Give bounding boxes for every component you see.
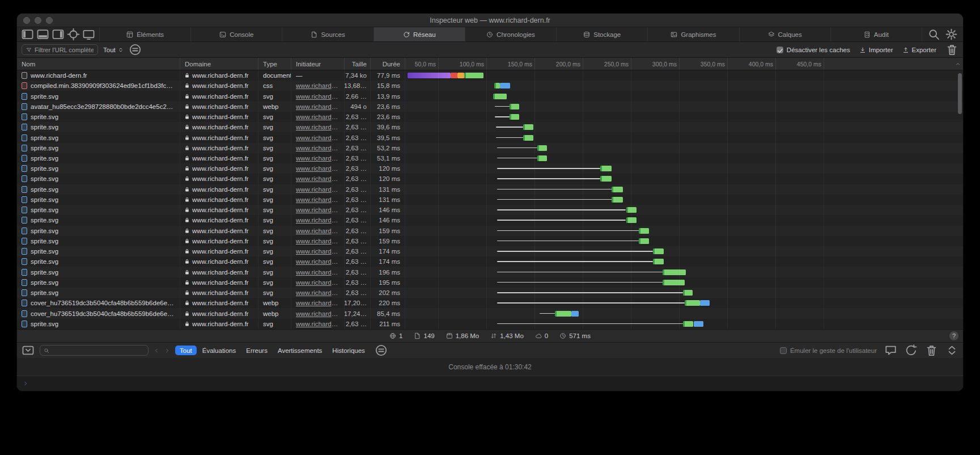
minimize-button[interactable] bbox=[35, 17, 41, 24]
zoom-button[interactable] bbox=[46, 17, 53, 24]
console-filter-options-icon[interactable] bbox=[375, 345, 388, 356]
clear-console-trash-icon[interactable] bbox=[925, 345, 938, 356]
console-prompt[interactable] bbox=[17, 376, 963, 391]
close-button[interactable] bbox=[23, 17, 30, 24]
tab-sources[interactable]: Sources bbox=[282, 27, 374, 41]
table-row[interactable]: compiled.min.38390909f303624ed9e1cf1bd3f… bbox=[17, 81, 963, 91]
initiator-link[interactable]: www.richard-d… bbox=[296, 258, 340, 265]
import-button[interactable]: Importer bbox=[859, 47, 893, 53]
table-row[interactable]: sprite.svgwww.richard-dern.frsvgwww.rich… bbox=[17, 112, 963, 122]
export-button[interactable]: Exporter bbox=[902, 47, 936, 53]
table-row[interactable]: avatar_hu85ecc3e298728880b0bde2dcc4e5c23… bbox=[17, 102, 963, 112]
column-header-domaine[interactable]: Domaine bbox=[180, 58, 258, 70]
initiator-link[interactable]: www.richard-d… bbox=[296, 93, 340, 100]
column-header-type[interactable]: Type bbox=[258, 58, 291, 70]
filter-options-icon[interactable] bbox=[129, 44, 142, 56]
table-row[interactable]: sprite.svgwww.richard-dern.frsvgwww.rich… bbox=[17, 184, 963, 195]
disable-caches-checkbox[interactable]: Désactiver les caches bbox=[777, 47, 850, 53]
tab-calques[interactable]: Calques bbox=[740, 27, 831, 41]
url-filter-input[interactable] bbox=[35, 47, 94, 53]
initiator-link[interactable]: www.richard-d… bbox=[296, 289, 340, 296]
expand-console-icon[interactable] bbox=[945, 345, 958, 356]
console-tab-avertissements[interactable]: Avertissements bbox=[273, 346, 326, 355]
initiator-link[interactable]: www.richard-d… bbox=[296, 145, 340, 151]
console-tab-tout[interactable]: Tout bbox=[175, 346, 197, 355]
url-filter-field[interactable] bbox=[22, 44, 98, 55]
initiator-link[interactable]: www.richard-d… bbox=[296, 82, 340, 89]
tab-console[interactable]: Console bbox=[191, 27, 282, 41]
titlebar[interactable]: Inspecteur web — www.richard-dern.fr bbox=[17, 14, 963, 27]
column-header-taille[interactable]: Taille bbox=[345, 58, 371, 70]
initiator-link[interactable]: www.richard-d… bbox=[296, 310, 340, 317]
table-row[interactable]: sprite.svgwww.richard-dern.frsvgwww.rich… bbox=[17, 195, 963, 205]
dock-bottom-icon[interactable] bbox=[36, 29, 49, 40]
resource-type-dropdown[interactable]: Tout bbox=[103, 47, 124, 53]
dock-left-icon[interactable] bbox=[21, 29, 34, 40]
initiator-link[interactable]: www.richard-d… bbox=[296, 196, 340, 203]
tab-reseau[interactable]: Réseau bbox=[374, 27, 465, 41]
settings-gear-icon[interactable] bbox=[945, 29, 958, 40]
initiator-link[interactable]: www.richard-d… bbox=[296, 207, 340, 213]
table-row[interactable]: sprite.svgwww.richard-dern.frsvgwww.rich… bbox=[17, 246, 963, 256]
initiator-link[interactable]: www.richard-d… bbox=[296, 134, 340, 141]
vertical-scrollbar[interactable] bbox=[957, 71, 962, 328]
initiator-link[interactable]: www.richard-d… bbox=[296, 155, 340, 162]
console-tab-historiques[interactable]: Historiques bbox=[328, 346, 370, 355]
initiator-link[interactable]: www.richard-d… bbox=[296, 113, 340, 120]
tab-audit[interactable]: Audit bbox=[831, 27, 922, 41]
tab-chronologies[interactable]: Chronologies bbox=[465, 27, 557, 41]
table-row[interactable]: sprite.svgwww.richard-dern.frsvgwww.rich… bbox=[17, 174, 963, 184]
initiator-link[interactable]: www.richard-d… bbox=[296, 248, 340, 255]
table-row[interactable]: sprite.svgwww.richard-dern.frsvgwww.rich… bbox=[17, 256, 963, 267]
table-row[interactable]: sprite.svgwww.richard-dern.frsvgwww.rich… bbox=[17, 122, 963, 132]
column-header-nom[interactable]: Nom bbox=[17, 58, 180, 70]
console-tab-evaluations[interactable]: Évaluations bbox=[198, 346, 240, 355]
reload-console-icon[interactable] bbox=[905, 345, 918, 356]
emulate-user-gesture-checkbox[interactable]: Émuler le geste de l'utilisateur bbox=[780, 347, 877, 354]
next-result-icon[interactable] bbox=[164, 348, 170, 353]
initiator-link[interactable]: www.richard-d… bbox=[296, 321, 340, 327]
table-row[interactable]: sprite.svgwww.richard-dern.frsvgwww.rich… bbox=[17, 226, 963, 236]
initiator-link[interactable]: www.richard-d… bbox=[296, 300, 340, 306]
table-row[interactable]: sprite.svgwww.richard-dern.frsvgwww.rich… bbox=[17, 91, 963, 101]
table-row[interactable]: sprite.svgwww.richard-dern.frsvgwww.rich… bbox=[17, 288, 963, 298]
console-messages-bubble-icon[interactable] bbox=[884, 345, 897, 356]
console-search-field[interactable] bbox=[40, 345, 149, 356]
table-row[interactable]: sprite.svgwww.richard-dern.frsvgwww.rich… bbox=[17, 319, 963, 329]
initiator-link[interactable]: www.richard-d… bbox=[296, 228, 340, 234]
table-row[interactable]: sprite.svgwww.richard-dern.frsvgwww.rich… bbox=[17, 163, 963, 174]
table-row[interactable]: sprite.svgwww.richard-dern.frsvgwww.rich… bbox=[17, 277, 963, 288]
element-picker-icon[interactable] bbox=[67, 29, 80, 40]
tab-stockage[interactable]: Stockage bbox=[557, 27, 648, 41]
initiator-link[interactable]: www.richard-d… bbox=[296, 279, 340, 286]
column-header-initiateur[interactable]: Initiateur bbox=[291, 58, 345, 70]
initiator-link[interactable]: www.richard-d… bbox=[296, 124, 340, 130]
tab-elements[interactable]: Éléments bbox=[100, 27, 191, 41]
initiator-link[interactable]: www.richard-d… bbox=[296, 165, 340, 172]
initiator-link[interactable]: www.richard-d… bbox=[296, 217, 340, 224]
initiator-link[interactable]: www.richard-d… bbox=[296, 186, 340, 193]
table-row[interactable]: sprite.svgwww.richard-dern.frsvgwww.rich… bbox=[17, 143, 963, 153]
scrollbar-thumb[interactable] bbox=[958, 73, 962, 114]
table-row[interactable]: sprite.svgwww.richard-dern.frsvgwww.rich… bbox=[17, 205, 963, 215]
table-row[interactable]: sprite.svgwww.richard-dern.frsvgwww.rich… bbox=[17, 267, 963, 277]
previous-result-icon[interactable] bbox=[154, 348, 159, 353]
table-row[interactable]: sprite.svgwww.richard-dern.frsvgwww.rich… bbox=[17, 132, 963, 142]
console-tab-erreurs[interactable]: Erreurs bbox=[241, 346, 272, 355]
scroll-top-caret-icon[interactable] bbox=[955, 61, 961, 67]
dock-right-icon[interactable] bbox=[52, 29, 65, 40]
column-header-duree[interactable]: Durée bbox=[371, 58, 405, 70]
device-settings-icon[interactable] bbox=[82, 29, 95, 40]
table-row[interactable]: sprite.svgwww.richard-dern.frsvgwww.rich… bbox=[17, 236, 963, 246]
initiator-link[interactable]: www.richard-d… bbox=[296, 103, 340, 110]
clear-network-trash-icon[interactable] bbox=[945, 44, 958, 56]
console-scope-icon[interactable] bbox=[22, 345, 35, 356]
table-row[interactable]: www.richard-dern.frwww.richard-dern.frdo… bbox=[17, 70, 963, 81]
table-row[interactable]: sprite.svgwww.richard-dern.frsvgwww.rich… bbox=[17, 215, 963, 225]
initiator-link[interactable]: www.richard-d… bbox=[296, 269, 340, 276]
initiator-link[interactable]: www.richard-d… bbox=[296, 175, 340, 182]
table-row[interactable]: cover_hu736519dc3b5040cfa48b6b559b6de6ec… bbox=[17, 308, 963, 318]
initiator-link[interactable]: www.richard-d… bbox=[296, 238, 340, 245]
help-button[interactable]: ? bbox=[949, 331, 958, 340]
table-row[interactable]: sprite.svgwww.richard-dern.frsvgwww.rich… bbox=[17, 153, 963, 163]
